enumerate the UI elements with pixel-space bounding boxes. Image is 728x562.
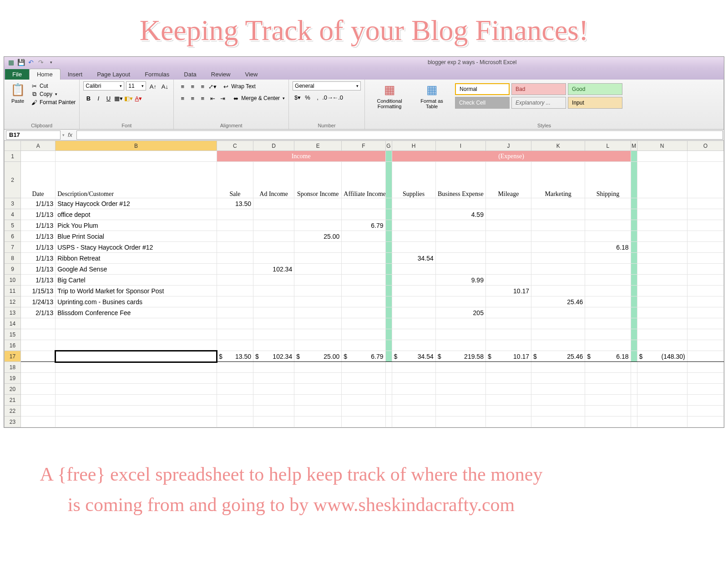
row-header-10[interactable]: 10 — [5, 275, 21, 286]
row-header-14[interactable]: 14 — [5, 318, 21, 329]
cell-supplies[interactable] — [392, 209, 435, 220]
cell-supplies[interactable] — [392, 286, 435, 296]
number-format-select[interactable]: General▾ — [293, 81, 361, 90]
cell-date[interactable]: 1/1/13 — [21, 220, 56, 231]
cell-sponsor[interactable] — [294, 253, 342, 264]
cell-ship[interactable] — [585, 286, 631, 296]
cell-date[interactable]: 1/1/13 — [21, 253, 56, 264]
cell-sale[interactable] — [217, 286, 253, 296]
style-good[interactable]: Good — [568, 83, 622, 95]
column-header-H[interactable]: H — [392, 141, 435, 151]
name-box[interactable]: B17 — [6, 130, 61, 140]
cell-ship[interactable] — [585, 198, 631, 209]
cell-bizexp[interactable]: 9.99 — [435, 275, 485, 286]
border-button[interactable]: ▦▾ — [113, 93, 123, 103]
column-header-E[interactable]: E — [294, 141, 342, 151]
cell-sponsor[interactable] — [294, 307, 342, 318]
cell-date[interactable]: 1/15/13 — [21, 286, 56, 296]
cell-bizexp[interactable]: 4.59 — [435, 209, 485, 220]
cell-supplies[interactable] — [392, 275, 435, 286]
cell-ad[interactable] — [253, 220, 294, 231]
cell-mkt[interactable] — [531, 220, 585, 231]
column-header-J[interactable]: J — [485, 141, 531, 151]
column-header-O[interactable]: O — [687, 141, 723, 151]
cell-mileage[interactable] — [485, 242, 531, 253]
cell-sponsor[interactable] — [294, 286, 342, 296]
cell-styles-gallery[interactable]: Normal Bad Good Check Cell Explanatory .… — [453, 81, 624, 110]
total-net[interactable]: $(148.30) — [637, 351, 687, 362]
cell-mileage[interactable] — [485, 264, 531, 275]
cell-affiliate[interactable] — [342, 242, 385, 253]
cell-ship[interactable] — [585, 220, 631, 231]
cell-affiliate[interactable] — [342, 286, 385, 296]
cell-mkt[interactable] — [531, 231, 585, 242]
cell-bizexp[interactable] — [435, 220, 485, 231]
cell-desc[interactable]: Stacy Haycock Order #12 — [56, 198, 217, 209]
cell-sale[interactable] — [217, 296, 253, 307]
bold-button[interactable]: B — [83, 93, 93, 103]
total-cell[interactable]: $25.46 — [531, 351, 585, 362]
cell-desc[interactable]: office depot — [56, 209, 217, 220]
tab-view[interactable]: View — [238, 69, 265, 80]
format-as-table-button[interactable]: ▦ Format as Table — [413, 81, 450, 110]
cell-affiliate[interactable] — [342, 307, 385, 318]
cell-ad[interactable]: 102.34 — [253, 264, 294, 275]
cell-ad[interactable] — [253, 296, 294, 307]
cell-supplies[interactable] — [392, 220, 435, 231]
cell-supplies[interactable] — [392, 242, 435, 253]
row-header-7[interactable]: 7 — [5, 242, 21, 253]
cell-ship[interactable] — [585, 296, 631, 307]
row-header-17[interactable]: 17 — [5, 351, 21, 362]
cell-date[interactable]: 1/1/13 — [21, 198, 56, 209]
column-header-G[interactable]: G — [385, 141, 392, 151]
tab-review[interactable]: Review — [204, 69, 238, 80]
cell-sale[interactable] — [217, 275, 253, 286]
cell-ad[interactable] — [253, 242, 294, 253]
cell-ship[interactable] — [585, 264, 631, 275]
align-right-icon[interactable]: ≡ — [197, 93, 207, 103]
percent-icon[interactable]: % — [303, 92, 313, 102]
row-header-19[interactable]: 19 — [5, 373, 21, 384]
style-explanatory[interactable]: Explanatory ... — [511, 97, 566, 109]
total-cell[interactable]: $34.54 — [392, 351, 435, 362]
font-name-select[interactable]: Calibri▾ — [83, 81, 124, 90]
cell-bizexp[interactable]: 205 — [435, 307, 485, 318]
column-header-B[interactable]: B — [56, 141, 217, 151]
cell-affiliate[interactable] — [342, 231, 385, 242]
column-header-K[interactable]: K — [531, 141, 585, 151]
cell-supplies[interactable] — [392, 198, 435, 209]
cell-mkt[interactable] — [531, 242, 585, 253]
column-header-D[interactable]: D — [253, 141, 294, 151]
formula-bar[interactable] — [76, 130, 723, 140]
tab-page-layout[interactable]: Page Layout — [90, 69, 137, 80]
cell-mkt[interactable] — [531, 307, 585, 318]
cell-ad[interactable] — [253, 231, 294, 242]
cell-desc[interactable]: Google Ad Sense — [56, 264, 217, 275]
tab-file[interactable]: File — [5, 69, 29, 80]
cell-sale[interactable] — [217, 307, 253, 318]
cell-mileage[interactable] — [485, 253, 531, 264]
cell-supplies[interactable] — [392, 296, 435, 307]
cell-affiliate[interactable] — [342, 275, 385, 286]
cell-mkt[interactable] — [531, 264, 585, 275]
tab-formulas[interactable]: Formulas — [137, 69, 177, 80]
row-header-5[interactable]: 5 — [5, 220, 21, 231]
cell-sale[interactable] — [217, 242, 253, 253]
format-painter-button[interactable]: 🖌Format Painter — [30, 99, 76, 106]
cut-button[interactable]: ✂Cut — [30, 82, 76, 90]
column-header-N[interactable]: N — [637, 141, 687, 151]
cell-bizexp[interactable] — [435, 296, 485, 307]
cell-mileage[interactable] — [485, 198, 531, 209]
style-check-cell[interactable]: Check Cell — [455, 97, 510, 109]
cell-ship[interactable] — [585, 209, 631, 220]
style-bad[interactable]: Bad — [511, 83, 566, 95]
cell-sponsor[interactable] — [294, 220, 342, 231]
worksheet[interactable]: ABCDEFGHIJKLMNO1Income(Expense)2DateDesc… — [4, 140, 724, 427]
row-header-6[interactable]: 6 — [5, 231, 21, 242]
fx-icon[interactable]: fx — [65, 131, 76, 138]
style-input[interactable]: Input — [568, 97, 622, 109]
cell-ad[interactable] — [253, 286, 294, 296]
save-icon[interactable]: 💾 — [17, 58, 25, 66]
cell-affiliate[interactable] — [342, 253, 385, 264]
row-header-3[interactable]: 3 — [5, 198, 21, 209]
